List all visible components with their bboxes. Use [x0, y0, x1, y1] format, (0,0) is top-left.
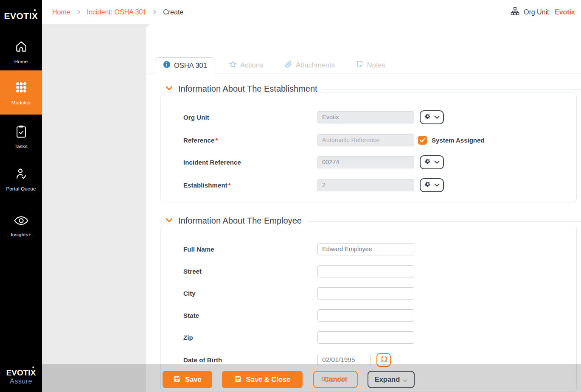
tab-label: Actions: [240, 61, 263, 69]
zip-input[interactable]: [317, 331, 414, 344]
establishment-input[interactable]: [317, 179, 414, 191]
save-disk-icon: [173, 375, 181, 384]
cancel-button-label: Cancel: [324, 375, 347, 384]
breadcrumb-home[interactable]: Home: [52, 8, 70, 16]
field-row-org-unit: Org Unit: [183, 110, 570, 124]
evotix-assure-logo: EVOTIX Assure: [0, 368, 42, 385]
chevron-down-icon[interactable]: [166, 217, 173, 224]
gear-icon: [424, 158, 431, 166]
save-disk-icon: [234, 375, 242, 384]
field-label: Incident Reference: [183, 159, 317, 166]
home-icon: [14, 40, 28, 55]
field-label: Establishment*: [183, 182, 317, 189]
sidebar-item-label: Portal Queue: [6, 186, 36, 191]
chevron-right-icon: [76, 10, 81, 14]
tab-actions[interactable]: Actions: [221, 57, 271, 73]
breadcrumb-incident[interactable]: Incident: OSHA 301: [87, 8, 147, 16]
tab-bar: OSHA 301 Actions Attachments Notes: [146, 57, 581, 73]
sidebar-item-label: Modules: [11, 100, 31, 105]
section-divider: [323, 90, 581, 90]
portal-queue-person-icon: [14, 167, 28, 182]
org-unit-value[interactable]: Evotix: [555, 8, 575, 16]
field-label: Zip: [183, 334, 317, 341]
tab-label: OSHA 301: [174, 62, 207, 70]
full-name-input[interactable]: [317, 243, 414, 255]
main-content-card: OSHA 301 Actions Attachments Notes Infor…: [146, 24, 581, 392]
street-input[interactable]: [317, 265, 414, 277]
save-button[interactable]: Save: [163, 371, 212, 388]
required-asterisk: *: [228, 182, 231, 189]
establishment-fieldset: Org Unit Reference* System Assigned Inci…: [160, 92, 577, 202]
org-unit-label: Org Unit:: [524, 8, 551, 16]
chevron-down-icon: [403, 376, 407, 384]
org-unit-settings-button[interactable]: [420, 110, 444, 124]
sidebar-item-modules[interactable]: Modules: [0, 70, 42, 115]
paperclip-icon: [284, 60, 292, 70]
save-and-close-button[interactable]: Save & Close: [222, 371, 303, 388]
tab-label: Attachments: [296, 61, 335, 69]
chevron-down-icon: [434, 181, 440, 189]
field-row-full-name: Full Name: [183, 242, 570, 256]
incident-reference-settings-button[interactable]: [420, 155, 444, 169]
note-icon: [356, 60, 364, 70]
gear-icon: [424, 113, 431, 121]
city-input[interactable]: [317, 287, 414, 300]
system-assigned-checkbox[interactable]: [418, 136, 427, 145]
cancel-button[interactable]: Cancel: [313, 371, 358, 388]
state-input[interactable]: [317, 309, 414, 322]
reference-input[interactable]: [317, 134, 414, 146]
system-assigned-label: System Assigned: [432, 137, 485, 144]
modules-grid-icon: [14, 80, 28, 96]
field-row-state: State: [183, 308, 570, 322]
info-icon: [163, 61, 171, 70]
save-button-label: Save: [185, 375, 202, 384]
org-unit-indicator: Org Unit: Evotix: [510, 6, 575, 18]
field-row-establishment: Establishment*: [183, 178, 570, 192]
section-divider: [307, 221, 581, 222]
sidebar-item-label: Tasks: [14, 144, 27, 149]
field-label: Street: [183, 268, 317, 275]
expand-button-label: Expand: [375, 375, 400, 384]
org-unit-input[interactable]: [317, 111, 414, 123]
section-title: Information About The Employee: [178, 216, 302, 226]
breadcrumb-current: Create: [163, 8, 183, 16]
field-label: Reference*: [183, 137, 317, 144]
field-row-incident-reference: Incident Reference: [183, 155, 570, 169]
action-bar: Operator Save Save & Close Cancel Expan: [42, 364, 581, 392]
sidebar-item-home[interactable]: Home: [0, 33, 42, 70]
tab-osha-301[interactable]: OSHA 301: [155, 57, 215, 73]
insights-eye-icon: [14, 215, 29, 228]
field-row-street: Street: [183, 264, 570, 278]
chevron-down-icon: [434, 113, 440, 121]
required-asterisk: *: [215, 137, 218, 144]
evotix-logo: EVOTIX: [0, 11, 42, 21]
save-close-button-label: Save & Close: [246, 375, 291, 384]
sidebar-item-label: Insights+: [11, 232, 31, 237]
incident-reference-input[interactable]: [317, 156, 414, 168]
top-bar: Home Incident: OSHA 301 Create Org Unit:…: [42, 0, 581, 24]
star-icon: [229, 60, 237, 70]
sidebar-item-portal-queue[interactable]: Portal Queue: [0, 160, 42, 198]
tasks-clipboard-icon: [15, 125, 28, 140]
field-row-city: City: [183, 286, 570, 300]
tab-label: Notes: [367, 61, 385, 69]
sidebar-item-label: Home: [14, 59, 28, 64]
tab-notes[interactable]: Notes: [348, 57, 393, 73]
field-row-zip: Zip: [183, 330, 570, 344]
chevron-right-icon: [152, 10, 157, 14]
field-label: State: [183, 312, 317, 319]
gear-icon: [424, 181, 431, 189]
chevron-down-icon[interactable]: [166, 85, 173, 92]
sidebar-item-tasks[interactable]: Tasks: [0, 118, 42, 155]
breadcrumb: Home Incident: OSHA 301 Create: [52, 8, 183, 16]
expand-button[interactable]: Expand: [368, 371, 415, 388]
field-label: Date of Birth: [183, 356, 317, 364]
tab-attachments[interactable]: Attachments: [277, 57, 342, 73]
field-label: City: [183, 290, 317, 297]
org-hierarchy-icon: [510, 6, 520, 18]
sidebar-item-insights[interactable]: Insights+: [0, 207, 42, 244]
sidebar-nav: Home Modules Tasks: [0, 33, 42, 244]
establishment-settings-button[interactable]: [420, 178, 444, 192]
field-row-reference: Reference* System Assigned: [183, 133, 570, 147]
field-label: Full Name: [183, 246, 317, 253]
